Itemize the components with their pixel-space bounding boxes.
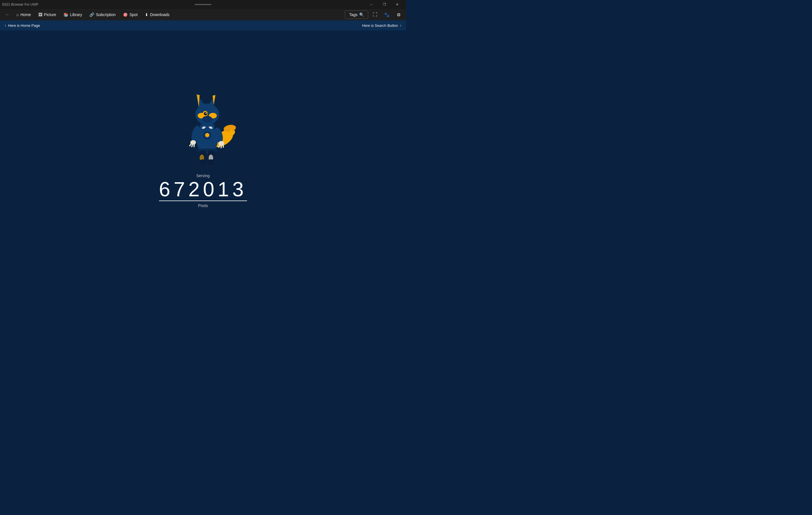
- mascot-area: Serving 672013 Posts: [159, 72, 247, 208]
- posts-label: Posts: [159, 203, 247, 208]
- expand-icon: ⛶: [373, 12, 377, 17]
- svg-line-23: [194, 144, 194, 147]
- nav-label-downloads: Downloads: [150, 12, 170, 17]
- nav-label-home: Home: [20, 12, 31, 17]
- nav-item-spot[interactable]: 🎯 Spot: [120, 11, 141, 19]
- back-button[interactable]: ←: [2, 9, 12, 20]
- app-title: E621 Browser For UWP: [2, 3, 38, 6]
- nav-item-picture[interactable]: 🖼 Picture: [35, 11, 60, 19]
- nav-item-downloads[interactable]: ⬇ Downloads: [142, 11, 173, 19]
- avatar-button[interactable]: 🐾: [382, 9, 392, 20]
- svg-line-21: [190, 144, 191, 146]
- window-controls: – ❐ ✕: [365, 0, 404, 9]
- svg-point-11: [204, 112, 207, 115]
- minimize-button[interactable]: –: [365, 0, 378, 9]
- hint-arrow-right: ↑: [400, 23, 402, 28]
- hint-bar: ↑ Here is Home Page Here is Search Butto…: [0, 20, 406, 30]
- settings-button[interactable]: ⚙: [394, 9, 404, 20]
- back-icon: ←: [5, 12, 9, 17]
- svg-point-34: [199, 159, 207, 165]
- search-icon: 🔍: [359, 12, 364, 17]
- settings-icon: ⚙: [397, 12, 401, 18]
- nav-right: Tags 🔍 ⛶ 🐾 ⚙: [345, 9, 404, 20]
- tags-button[interactable]: Tags 🔍: [345, 10, 368, 19]
- mascot-svg: [164, 72, 242, 168]
- svg-point-13: [202, 116, 212, 123]
- close-button[interactable]: ✕: [391, 0, 404, 9]
- serving-label: Serving: [159, 173, 247, 178]
- svg-point-35: [207, 159, 215, 165]
- nav-bar: ← ⌂ Home 🖼 Picture 📚 Library 🔗 Subcripti…: [0, 9, 406, 20]
- nav-item-subscription[interactable]: 🔗 Subcription: [86, 11, 119, 19]
- nav-item-library[interactable]: 📚 Library: [60, 11, 85, 19]
- tags-label: Tags: [349, 12, 357, 17]
- home-icon: ⌂: [16, 12, 19, 17]
- stats-section: Serving 672013 Posts: [159, 173, 247, 208]
- library-icon: 📚: [63, 12, 68, 17]
- search-button-hint: Here is Search Button ↑: [362, 23, 402, 28]
- expand-button[interactable]: ⛶: [370, 9, 380, 20]
- restore-button[interactable]: ❐: [378, 0, 391, 9]
- home-page-hint-text: Here is Home Page: [8, 23, 40, 28]
- title-bar-drag: [195, 4, 211, 5]
- nav-label-library: Library: [70, 12, 82, 17]
- picture-icon: 🖼: [38, 12, 42, 17]
- title-bar: E621 Browser For UWP – ❐ ✕: [0, 0, 406, 9]
- svg-line-22: [192, 144, 193, 147]
- svg-line-27: [221, 146, 222, 148]
- main-content: Serving 672013 Posts: [0, 30, 406, 258]
- nav-label-picture: Picture: [44, 12, 56, 17]
- hint-arrow-left: ↑: [4, 23, 6, 28]
- svg-point-12: [206, 113, 207, 114]
- nav-label-subscription: Subcription: [96, 12, 116, 17]
- avatar-icon: 🐾: [384, 12, 390, 18]
- search-hint-text: Here is Search Button: [362, 23, 398, 28]
- post-count: 672013: [159, 179, 247, 201]
- downloads-icon: ⬇: [145, 12, 148, 17]
- subscription-icon: 🔗: [89, 12, 94, 17]
- nav-label-spot: Spot: [129, 12, 138, 17]
- spot-icon: 🎯: [123, 12, 128, 17]
- home-page-hint: ↑ Here is Home Page: [4, 23, 40, 28]
- nav-item-home[interactable]: ⌂ Home: [13, 11, 34, 19]
